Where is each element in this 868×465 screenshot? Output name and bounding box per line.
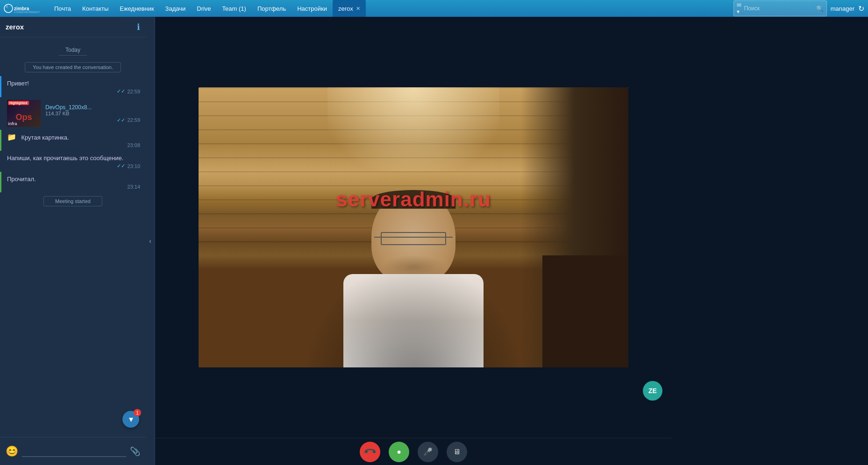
nav-calendar[interactable]: Ежедневник [114,0,159,17]
list-item: Привет! ✓✓ 22:59 [0,76,146,97]
message-content: Привет! ✓✓ 22:59 [7,79,140,94]
scroll-badge: 1 [134,409,141,416]
message-content: Напиши, как прочитаешь это сообщение. ✓✓… [7,154,140,169]
person-glasses [381,232,446,245]
chat-input-area [22,445,126,457]
nav-items: Почта Контакты Ежедневник Задачи Drive T… [49,0,733,17]
sidebar-header: zerox ℹ [0,17,146,37]
video-toggle-button[interactable]: ● [389,442,409,462]
attachment-name: DevOps_1200x8... [45,104,140,111]
list-item[interactable]: Highlighted Ops infra DevOps_1200x8... 1… [0,97,146,130]
attachment-size: 114.37 KB [45,111,140,116]
svg-text:Z: Z [6,5,8,8]
zimbra-logo[interactable]: Z zimbra A SYNACOR PRODUCT [4,3,41,14]
phone-icon: 📞 [363,444,377,459]
nav-portfolio[interactable]: Портфель [252,0,292,17]
message-time: 22:59 [127,89,140,94]
attachment-meta: ✓✓ 22:59 [45,117,140,123]
microphone-button[interactable]: 🎤 [418,442,438,462]
sidebar-collapse-button[interactable]: ‹ [146,17,155,465]
person-shadow [301,261,526,367]
video-controls-bar: 📞 ● 🎤 🖥 [155,438,672,465]
message-time: 23:14 [127,184,140,190]
meeting-started-message: Meeting started [43,196,102,206]
info-icon[interactable]: ℹ [137,22,140,32]
person-hair [371,190,455,209]
message-time: 23:08 [127,142,140,148]
nav-team[interactable]: Team (1) [217,0,252,17]
video-icon: ● [397,448,401,456]
hangup-button[interactable]: 📞 [360,442,380,462]
right-panel [672,17,868,465]
nav-drive[interactable]: Drive [191,0,216,17]
message-text: Прочитал. [7,176,36,183]
thumb-label: infra [8,121,17,126]
thumb-inner: Highlighted Ops infra [7,100,41,127]
search-input[interactable] [742,5,816,12]
thumb-badge: Highlighted [8,101,29,105]
sidebar-title: zerox [6,23,24,31]
search-icon: ✉ ▾ [737,2,742,15]
message-check: ✓✓ [117,117,125,123]
nav-contacts[interactable]: Контакты [77,0,114,17]
message-text: Привет! [7,80,29,87]
nav-right: ✉ ▾ 🔍 manager ↻ [733,0,864,16]
svg-point-0 [4,4,13,13]
nav-mail[interactable]: Почта [49,0,77,17]
chat-input[interactable] [22,445,126,457]
content-row: zerox ℹ Today You have created the conve… [0,17,868,465]
nav-settings[interactable]: Настройки [292,0,333,17]
svg-text:A SYNACOR PRODUCT: A SYNACOR PRODUCT [14,11,40,14]
scroll-to-bottom-button[interactable]: 1 ▾ [122,411,139,428]
message-content: Прочитал. 23:14 [7,175,140,190]
video-feed: serveradmin.ru [199,87,628,367]
search-submit-icon[interactable]: 🔍 [816,5,824,12]
chevron-left-icon: ‹ [149,237,151,245]
app: Z zimbra A SYNACOR PRODUCT Почта Контакт… [0,0,868,465]
message-time: 22:59 [127,117,140,123]
microphone-icon: 🎤 [423,447,433,456]
attach-button[interactable]: 📎 [130,446,140,457]
date-separator: Today [0,41,146,58]
list-item: Прочитал. 23:14 [0,172,146,192]
chevron-down-icon: ▾ [129,414,133,424]
message-check: ✓✓ [117,88,125,94]
screen-share-button[interactable]: 🖥 [447,442,467,462]
attachment-thumbnail: Highlighted Ops infra [7,100,41,127]
chat-input-bar: 😊 📎 [0,437,146,465]
message-text: Крутая картинка. [21,134,69,141]
nav-tasks[interactable]: Задачи [160,0,192,17]
video-main-area: serveradmin.ru ZE [155,17,672,438]
nav-zerox-label: zerox [338,5,353,12]
message-time: 23:10 [127,163,140,169]
nav-zerox-close[interactable]: ✕ [356,6,360,12]
system-message-created: You have created the conversation. [25,62,121,72]
chat-messages-area: Today You have created the conversation.… [0,37,146,437]
search-box[interactable]: ✉ ▾ 🔍 [733,0,827,16]
light-spot [327,87,499,171]
message-content: 📁 Крутая картинка. 23:08 [7,133,140,148]
folder-icon: 📁 [7,133,16,141]
list-item: 📁 Крутая картинка. 23:08 [0,130,146,151]
refresh-button[interactable]: ↻ [858,4,864,13]
ze-avatar[interactable]: ZE [643,381,662,401]
screen-share-icon: 🖥 [453,448,461,456]
emoji-button[interactable]: 😊 [6,445,18,458]
top-navigation: Z zimbra A SYNACOR PRODUCT Почта Контакт… [0,0,868,17]
video-background: serveradmin.ru [199,87,628,367]
user-label[interactable]: manager [831,5,854,12]
nav-zerox-tab[interactable]: zerox ✕ [333,0,366,17]
message-check: ✓✓ [117,163,125,169]
person-shape [301,190,526,367]
list-item: Напиши, как прочитаешь это сообщение. ✓✓… [0,151,146,172]
message-text: Напиши, как прочитаешь это сообщение. [7,155,123,162]
video-container: serveradmin.ru ZE 📞 ● 🎤 [155,17,672,465]
attachment-info: DevOps_1200x8... 114.37 KB ✓✓ 22:59 [45,104,140,123]
bottom-right-shadow [542,255,628,367]
chat-sidebar: zerox ℹ Today You have created the conve… [0,17,146,465]
